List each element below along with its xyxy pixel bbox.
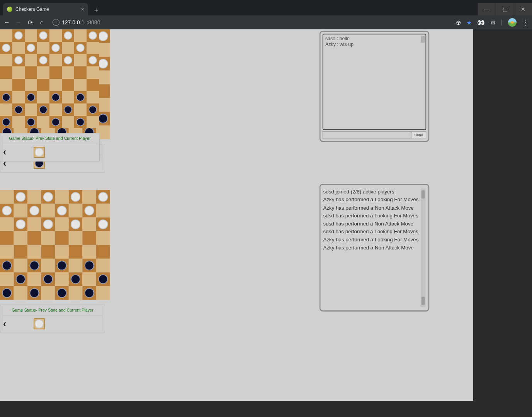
board-square[interactable]: [41, 286, 55, 300]
board-square[interactable]: [14, 259, 28, 273]
board-square[interactable]: [55, 259, 69, 273]
white-piece-icon[interactable]: [39, 31, 48, 40]
board-square[interactable]: [37, 116, 49, 128]
white-piece-icon[interactable]: [43, 192, 53, 202]
board-square[interactable]: [69, 217, 83, 231]
board-square[interactable]: [82, 286, 96, 300]
board-square[interactable]: [82, 245, 96, 259]
dark-piece-icon[interactable]: [30, 261, 39, 270]
checker-board-2[interactable]: [0, 29, 99, 128]
white-piece-icon[interactable]: [99, 59, 108, 68]
board-square[interactable]: [37, 66, 49, 79]
board-square[interactable]: [87, 29, 99, 42]
board-square[interactable]: [0, 231, 14, 245]
board-square[interactable]: [96, 190, 110, 204]
board-square[interactable]: [12, 42, 25, 54]
board-square[interactable]: [14, 245, 28, 259]
board-square[interactable]: [49, 79, 62, 91]
board-square[interactable]: [62, 103, 74, 116]
board-square[interactable]: [25, 54, 37, 66]
dark-piece-icon[interactable]: [51, 93, 60, 102]
dark-piece-icon[interactable]: [88, 105, 97, 114]
board-square[interactable]: [37, 79, 49, 91]
board-square[interactable]: [0, 217, 14, 231]
board-square[interactable]: [55, 231, 69, 245]
board-square[interactable]: [0, 204, 14, 218]
dark-piece-icon[interactable]: [76, 118, 85, 126]
board-square[interactable]: [12, 79, 25, 91]
board-square[interactable]: [87, 116, 99, 128]
white-piece-icon[interactable]: [14, 31, 23, 40]
board-square[interactable]: [12, 29, 25, 42]
board-square[interactable]: [12, 54, 25, 66]
board-square[interactable]: [62, 42, 74, 54]
board-square[interactable]: [25, 29, 37, 42]
site-info-icon[interactable]: i: [53, 19, 59, 26]
board-square[interactable]: [49, 29, 62, 42]
board-square[interactable]: [55, 245, 69, 259]
board-square[interactable]: [27, 259, 41, 273]
board-square[interactable]: [69, 259, 83, 273]
board-square[interactable]: [96, 272, 110, 286]
bookmark-star-icon[interactable]: ★: [466, 19, 472, 26]
extension-eyes-icon[interactable]: 👀: [477, 19, 485, 26]
board-square[interactable]: [27, 190, 41, 204]
dark-piece-icon[interactable]: [51, 118, 60, 126]
board-square[interactable]: [0, 66, 12, 79]
board-square[interactable]: [69, 204, 83, 218]
board-square[interactable]: [0, 286, 14, 300]
chat-messages[interactable]: sdsd : helloAzky : wts up: [323, 34, 426, 130]
board-square[interactable]: [62, 116, 74, 128]
board-square[interactable]: [41, 245, 55, 259]
board-square[interactable]: [27, 204, 41, 218]
chat-input[interactable]: [323, 131, 411, 139]
board-square[interactable]: [82, 217, 96, 231]
white-piece-icon[interactable]: [76, 44, 85, 52]
board-square[interactable]: [27, 272, 41, 286]
address-bar[interactable]: i 127.0.0.1:8080: [49, 19, 452, 26]
board-square[interactable]: [87, 91, 99, 103]
board-square[interactable]: [82, 190, 96, 204]
board-square[interactable]: [74, 116, 87, 128]
board-square[interactable]: [96, 286, 110, 300]
board-square[interactable]: [62, 66, 74, 79]
dark-piece-icon[interactable]: [57, 261, 66, 270]
board-square[interactable]: [37, 29, 49, 42]
send-button[interactable]: Send: [411, 131, 426, 139]
board-square[interactable]: [49, 66, 62, 79]
board-square[interactable]: [55, 217, 69, 231]
white-piece-icon[interactable]: [57, 206, 66, 215]
white-piece-icon[interactable]: [16, 192, 25, 202]
white-piece-icon[interactable]: [30, 206, 39, 215]
board-square[interactable]: [69, 190, 83, 204]
reload-button[interactable]: ⟳: [26, 19, 34, 26]
white-piece-icon[interactable]: [43, 220, 53, 229]
board-square[interactable]: [0, 190, 14, 204]
board-square[interactable]: [96, 259, 110, 273]
scrollbar-track[interactable]: [421, 188, 425, 307]
settings-gear-icon[interactable]: ⚙: [490, 19, 496, 26]
dark-piece-icon[interactable]: [85, 261, 94, 270]
board-square[interactable]: [62, 54, 74, 66]
white-piece-icon[interactable]: [85, 206, 94, 215]
close-tab-icon[interactable]: ×: [81, 6, 84, 12]
white-piece-icon[interactable]: [99, 192, 108, 202]
board-square[interactable]: [27, 231, 41, 245]
board-square[interactable]: [87, 79, 99, 91]
board-square[interactable]: [82, 259, 96, 273]
dark-piece-icon[interactable]: [2, 288, 12, 298]
home-button[interactable]: ⌂: [38, 19, 46, 26]
dark-piece-icon[interactable]: [39, 105, 48, 114]
board-square[interactable]: [74, 79, 87, 91]
board-square[interactable]: [0, 259, 14, 273]
board-square[interactable]: [55, 204, 69, 218]
board-square[interactable]: [87, 42, 99, 54]
dark-piece-icon[interactable]: [30, 288, 39, 298]
dark-piece-icon[interactable]: [71, 275, 80, 284]
board-square[interactable]: [96, 245, 110, 259]
dark-piece-icon[interactable]: [99, 114, 108, 123]
board-square[interactable]: [37, 91, 49, 103]
white-piece-icon[interactable]: [64, 56, 72, 64]
dark-piece-icon[interactable]: [27, 118, 35, 126]
board-square[interactable]: [87, 66, 99, 79]
